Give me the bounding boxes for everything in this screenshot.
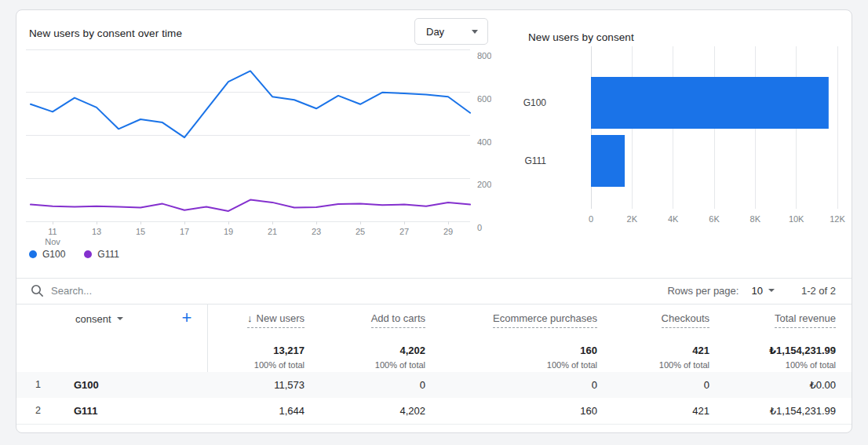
row-index: 2 [35,398,41,424]
rows-per-page-select[interactable]: 10 [751,285,774,297]
total-percent: 100% of total [659,360,709,370]
svg-text:G111: G111 [524,155,546,166]
svg-text:8K: 8K [750,214,761,224]
svg-text:200: 200 [477,180,491,189]
legend-dot-icon [29,250,37,258]
svg-text:11: 11 [48,227,57,236]
search-icon [31,284,44,301]
add-dimension-button[interactable]: + [176,308,198,330]
svg-text:19: 19 [224,227,233,236]
table-toolbar: Rows per page: 10 1-2 of 2 [16,278,852,304]
search-input[interactable] [51,278,381,304]
column-header-new-users[interactable]: ↓New users [247,312,305,328]
legend-label: G111 [97,249,119,260]
row-dimension: G100 [74,372,99,398]
total-new-users: 13,217 [273,345,305,356]
total-percent: 100% of total [786,360,836,370]
svg-text:15: 15 [136,227,145,236]
pagination-range: 1-2 of 2 [801,285,836,297]
cell-ecommerce-purchases: 160 [580,398,597,424]
svg-text:Nov: Nov [45,237,60,246]
cell-new-users: 11,573 [274,372,305,398]
total-percent: 100% of total [254,360,305,370]
divider [16,424,852,425]
cell-checkouts: 0 [704,372,709,398]
analytics-card: New users by consent over time Day 02004… [16,9,852,433]
rows-per-page-value: 10 [751,285,762,297]
cell-add-to-carts: 0 [420,372,425,398]
pagination-controls: Rows per page: 10 1-2 of 2 [667,278,836,304]
column-header-ecommerce-purchases[interactable]: Ecommerce purchases [493,312,597,328]
total-checkouts: 421 [692,345,709,356]
row-index: 1 [35,372,41,398]
legend-item-g100: G100 [29,249,65,260]
svg-text:10K: 10K [789,214,804,224]
svg-text:21: 21 [268,227,277,236]
page-background: New users by consent over time Day 02004… [0,0,868,445]
total-ecommerce-purchases: 160 [580,345,597,356]
divider [16,304,852,305]
legend-label: G100 [42,249,65,260]
granularity-value: Day [426,26,472,38]
svg-text:400: 400 [477,137,491,147]
svg-text:G100: G100 [523,97,547,108]
new-users-bar-chart[interactable]: 02K4K6K8K10K12KG100G111 [519,40,848,228]
svg-text:600: 600 [477,94,491,104]
svg-text:23: 23 [312,227,321,236]
row-dimension: G111 [74,398,97,424]
svg-text:17: 17 [180,227,189,236]
total-add-to-carts: 4,202 [399,345,425,356]
dimension-dropdown[interactable]: consent [75,313,123,325]
chevron-down-icon [768,289,775,292]
legend-dot-icon [84,250,92,258]
chevron-down-icon [117,317,123,320]
svg-text:29: 29 [443,227,453,236]
dimension-label: consent [75,313,111,325]
column-header-checkouts[interactable]: Checkouts [662,312,709,328]
svg-text:2K: 2K [627,214,638,224]
svg-text:4K: 4K [668,214,679,224]
chevron-down-icon [472,30,478,34]
rows-per-page-label: Rows per page: [667,285,739,297]
sort-descending-icon: ↓ [247,312,253,324]
svg-text:800: 800 [477,51,491,60]
svg-text:12K: 12K [830,214,845,224]
column-header-add-to-carts[interactable]: Add to carts [371,312,425,328]
column-header-total-revenue[interactable]: Total revenue [775,312,836,328]
table-row: 2 G111 1,644 4,202 160 421 ₺1,154,231.99 [16,398,852,424]
new-users-line-chart[interactable]: 020040060080011Nov131517192123252729 [24,44,491,246]
total-percent: 100% of total [375,360,425,370]
total-revenue: ₺1,154,231.99 [769,345,836,356]
svg-text:0: 0 [589,214,593,224]
line-chart-title: New users by consent over time [29,27,182,39]
cell-add-to-carts: 4,202 [399,398,425,424]
chart-legend: G100 G111 [29,249,119,260]
table-row: 1 G100 11,573 0 0 0 ₺0.00 [16,372,852,398]
svg-text:27: 27 [399,227,409,236]
cell-total-revenue: ₺1,154,231.99 [770,398,836,424]
cell-new-users: 1,644 [279,398,305,424]
granularity-dropdown[interactable]: Day [414,18,488,45]
svg-text:13: 13 [92,227,101,236]
svg-text:0: 0 [477,223,482,232]
svg-text:25: 25 [356,227,365,236]
legend-item-g111: G111 [84,249,119,260]
cell-total-revenue: ₺0.00 [809,372,836,398]
total-percent: 100% of total [547,360,597,370]
cell-ecommerce-purchases: 0 [592,372,597,398]
svg-text:6K: 6K [709,214,720,224]
cell-checkouts: 421 [692,398,709,424]
